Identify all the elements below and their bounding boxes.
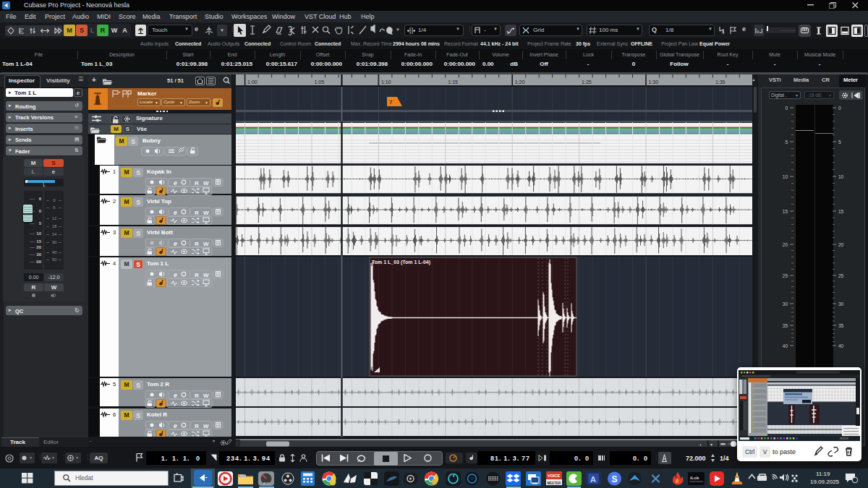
- svg-text:▾: ▾: [710, 442, 712, 447]
- svg-text:S: S: [612, 474, 618, 484]
- svg-text:R: R: [195, 180, 199, 187]
- svg-text:15: 15: [783, 209, 788, 214]
- svg-text:35: 35: [838, 323, 844, 328]
- svg-text:1:00: 1:00: [247, 80, 258, 85]
- svg-text:1:25: 1:25: [582, 80, 592, 85]
- svg-text:W: W: [203, 180, 209, 187]
- svg-text:R: R: [195, 423, 199, 429]
- svg-text:30: 30: [838, 301, 844, 307]
- svg-text:AMS: AMS: [263, 481, 270, 485]
- svg-text:10: 10: [783, 174, 788, 179]
- svg-text:40: 40: [838, 343, 844, 348]
- svg-text:W: W: [203, 210, 209, 216]
- svg-text:W: W: [203, 393, 209, 399]
- svg-text:7: 7: [389, 99, 393, 106]
- svg-text:15: 15: [838, 209, 844, 214]
- svg-text:A: A: [590, 475, 596, 484]
- svg-text:Tom 1 L_03 (Tom 1 L-04): Tom 1 L_03 (Tom 1 L-04): [372, 260, 430, 265]
- svg-text:25: 25: [783, 273, 788, 278]
- svg-text:0: 0: [785, 106, 788, 111]
- svg-text:20: 20: [783, 242, 788, 247]
- svg-text:1:30: 1:30: [649, 80, 659, 85]
- svg-text:0: 0: [838, 106, 841, 111]
- svg-text:1:15: 1:15: [448, 80, 458, 85]
- svg-text:W: W: [203, 241, 209, 247]
- svg-text:W: W: [203, 423, 209, 429]
- svg-text:1:10: 1:10: [381, 80, 391, 85]
- svg-text:e: e: [174, 179, 177, 187]
- svg-text:25: 25: [838, 273, 844, 278]
- svg-text:40: 40: [783, 343, 788, 348]
- svg-text:R: R: [195, 241, 199, 247]
- svg-text:R: R: [195, 272, 199, 278]
- svg-text:1:35: 1:35: [715, 80, 726, 85]
- svg-text:e: e: [174, 209, 177, 216]
- svg-text:10: 10: [838, 174, 844, 179]
- svg-text:W: W: [203, 272, 209, 278]
- svg-text:R: R: [195, 393, 199, 399]
- svg-text:e: e: [174, 271, 177, 278]
- svg-text:MEETER: MEETER: [548, 481, 562, 485]
- svg-text:1:20: 1:20: [515, 80, 525, 85]
- svg-text:4: 4: [722, 30, 725, 34]
- svg-text:1:05: 1:05: [315, 80, 325, 85]
- svg-text:VOICE: VOICE: [548, 474, 560, 478]
- svg-text:5: 5: [785, 140, 788, 145]
- svg-text:20: 20: [838, 242, 844, 247]
- svg-text:e: e: [174, 422, 177, 429]
- svg-text:30: 30: [783, 301, 788, 307]
- svg-text:35: 35: [783, 323, 788, 328]
- svg-text:e: e: [174, 392, 177, 399]
- svg-text:iLok: iLok: [690, 476, 699, 480]
- svg-text:e: e: [174, 240, 177, 247]
- svg-text:5: 5: [838, 140, 841, 145]
- svg-text:R: R: [195, 210, 199, 216]
